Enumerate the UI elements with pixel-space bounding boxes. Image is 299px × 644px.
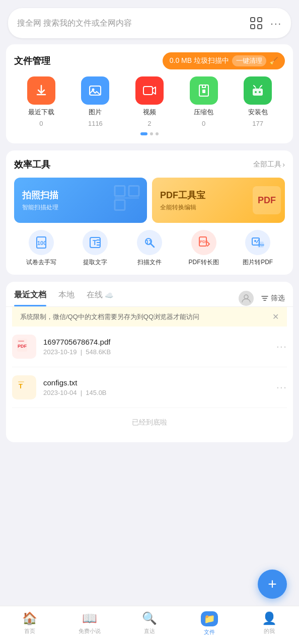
file-item-pdf[interactable]: PDF 1697705678674.pdf 2023-10-19 | 548.6… [12,327,287,367]
files-nav-label: 文件 [204,628,215,636]
pdf-file-icon: PDF [12,335,36,359]
file-management-card: 文件管理 0.0 MB 垃圾扫描中 一键清理 🧹 最近下载 0 [6,44,293,143]
photo-count: 1116 [88,120,103,127]
clean-button[interactable]: 一键清理 [232,55,266,66]
nav-files[interactable]: 📁 文件 [179,611,239,636]
scan-badge[interactable]: 0.0 MB 垃圾扫描中 一键清理 🧹 [163,52,285,69]
files-nav-icon: 📁 [201,611,218,626]
video-label: 视频 [143,108,156,117]
extract-text-label: 提取文字 [83,258,107,267]
discover-nav-label: 直达 [144,627,155,635]
file-txt-info: configs.txt 2023-10-04 | 145.0B [43,378,276,396]
file-pdf-info: 1697705678674.pdf 2023-10-19 | 548.6KB [43,338,276,356]
novel-nav-label: 免费小说 [79,627,101,635]
file-icon-download[interactable]: 最近下载 0 [14,76,68,127]
search-placeholder: 搜全网 搜索我的文件或全网内容 [17,18,248,29]
cloud-icon: ☁️ [105,291,113,299]
txt-file-name: configs.txt [43,378,276,387]
file-item-txt[interactable]: T configs.txt 2023-10-04 | 145.0B ··· [12,367,287,408]
svg-text:100: 100 [37,240,46,246]
search-bar[interactable]: 搜全网 搜索我的文件或全网内容 ··· [8,8,291,38]
video-count: 2 [147,120,151,127]
chevron-right-icon: › [282,160,285,169]
svg-text:T: T [19,382,23,390]
svg-rect-2 [251,25,255,29]
nav-home[interactable]: 🏠 首页 [0,611,60,636]
filter-button[interactable]: 筛选 [261,294,285,303]
svg-line-24 [151,244,154,248]
svg-rect-37 [18,381,24,382]
svg-text:PDF: PDF [200,239,208,244]
tab-local[interactable]: 本地 [58,290,74,306]
avatar[interactable] [239,291,254,306]
nav-discover[interactable]: 🔍 直达 [120,611,180,636]
svg-rect-1 [258,18,262,22]
discover-nav-icon: 🔍 [142,611,157,625]
home-nav-icon: 🏠 [22,611,37,625]
file-icon-zip[interactable]: 压缩包 0 [177,76,231,127]
nav-novel[interactable]: 📖 免费小说 [60,611,120,636]
pdf-file-name: 1697705678674.pdf [43,338,276,346]
scan-icon[interactable] [248,15,264,31]
file-icon-apk[interactable]: 安装包 177 [231,76,285,127]
scan-file-label: 扫描文件 [137,258,162,267]
tools-title: 效率工具 [14,158,50,171]
bottom-nav: 🏠 首页 📖 免费小说 🔍 直达 📁 文件 👤 的我 [0,606,299,644]
zip-count: 0 [202,120,205,127]
more-icon[interactable]: ··· [270,18,282,29]
photo-label: 图片 [89,108,102,117]
profile-nav-label: 的我 [264,627,275,635]
file-icon-video[interactable]: 视频 2 [122,76,177,127]
dot-3 [156,132,159,135]
dots-indicator [14,132,285,135]
tool-scan-file[interactable]: 扫描文件 [122,230,177,267]
tool-img-pdf[interactable]: PDF 图片转PDF [231,230,285,267]
svg-point-28 [254,240,256,242]
tool-pdf-long[interactable]: PDF PDF转长图 [177,230,231,267]
svg-rect-14 [115,200,125,210]
img-pdf-icon: PDF [245,230,270,255]
video-icon [135,76,164,105]
docs-section: 最近文档 本地 在线 ☁️ 筛选 系统限制，微信/QQ中 [6,282,293,327]
svg-rect-13 [129,186,139,196]
tools-banners: 拍照扫描 智能扫描处理 PDF工具宝 全能转换编辑 PDF [14,178,285,223]
tab-online[interactable]: 在线 ☁️ [87,290,113,306]
svg-text:PDF: PDF [259,244,264,247]
profile-nav-icon: 👤 [262,611,277,625]
apk-count: 177 [252,120,263,127]
svg-point-10 [255,91,257,93]
txt-file-meta: 2023-10-04 | 145.0B [43,389,276,396]
notice-bar: 系统限制，微信/QQ中的文档需要另存为到QQ浏览器才能访问 ✕ [12,307,287,327]
file-icon-photo[interactable]: 图片 1116 [68,76,123,127]
file-list: PDF 1697705678674.pdf 2023-10-19 | 548.6… [6,327,293,408]
notice-text: 系统限制，微信/QQ中的文档需要另存为到QQ浏览器才能访问 [20,312,269,321]
notice-close-button[interactable]: ✕ [272,312,279,321]
tool-extract-text[interactable]: T 提取文字 [68,230,123,267]
apk-icon [244,76,272,105]
svg-text:PDF: PDF [18,344,27,349]
svg-rect-8 [202,90,205,93]
txt-more-button[interactable]: ··· [276,381,287,394]
tool-worksheet[interactable]: 100 试卷去手写 [14,230,68,267]
pdf-more-button[interactable]: ··· [276,340,287,353]
pdf-banner-deco: PDF [253,186,281,214]
pdf-banner[interactable]: PDF工具宝 全能转换编辑 PDF [152,178,285,223]
scan-label: 0.0 MB 垃圾扫描中 [170,56,229,65]
docs-tabs: 最近文档 本地 在线 ☁️ 筛选 [6,282,293,307]
scan-banner-deco [111,182,143,219]
zip-icon [190,76,218,105]
fab-add-button[interactable]: + [258,570,287,599]
novel-nav-icon: 📖 [82,611,97,625]
list-end: 已经到底啦 [6,408,293,442]
worksheet-icon: 100 [29,230,54,255]
small-tools-row: 100 试卷去手写 T 提取文字 [14,230,285,267]
svg-rect-6 [143,87,153,95]
all-tools-button[interactable]: 全部工具 › [253,160,285,169]
zip-label: 压缩包 [194,108,213,117]
tab-recent[interactable]: 最近文档 [14,290,46,306]
img-pdf-label: 图片转PDF [243,258,273,267]
file-management-title: 文件管理 [14,55,50,67]
dot-1 [140,132,147,135]
nav-profile[interactable]: 👤 的我 [239,611,299,636]
scan-banner[interactable]: 拍照扫描 智能扫描处理 [14,178,147,223]
